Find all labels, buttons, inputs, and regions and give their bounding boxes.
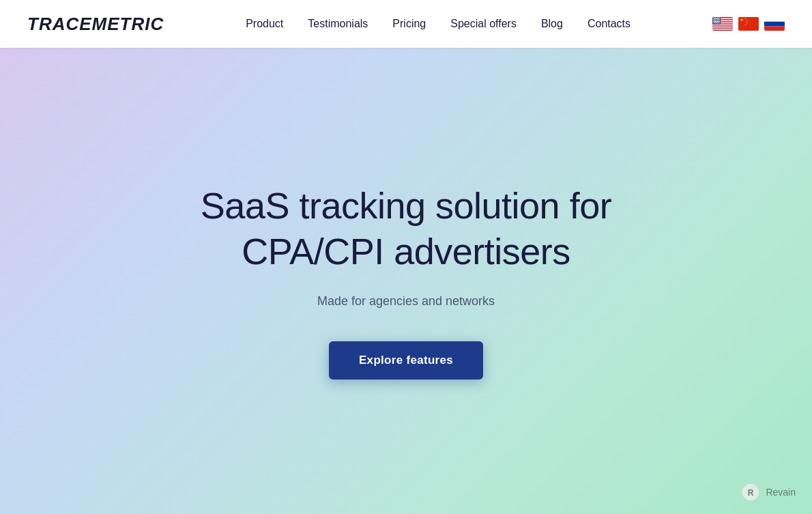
svg-point-44 — [716, 22, 717, 23]
hero-title: SaaS tracking solution for CPA/CPI adver… — [201, 183, 611, 275]
svg-point-20 — [719, 18, 719, 19]
svg-point-37 — [716, 21, 716, 22]
svg-point-41 — [714, 22, 714, 23]
nav-item-testimonials[interactable]: Testimonials — [308, 18, 368, 29]
svg-point-12 — [717, 18, 718, 18]
revain-icon: R — [741, 483, 760, 502]
svg-point-19 — [718, 18, 719, 19]
svg-point-33 — [719, 20, 719, 21]
svg-point-36 — [715, 21, 716, 22]
svg-point-34 — [713, 21, 714, 22]
svg-point-26 — [718, 19, 719, 20]
nav-item-product[interactable]: Product — [246, 18, 283, 29]
svg-text:R: R — [748, 488, 754, 498]
flag-ru[interactable] — [764, 17, 785, 31]
svg-point-50 — [716, 23, 716, 23]
svg-point-40 — [719, 21, 720, 22]
svg-rect-5 — [712, 27, 733, 28]
explore-features-button[interactable]: Explore features — [329, 341, 483, 380]
nav-item-blog[interactable]: Blog — [541, 18, 563, 29]
svg-point-38 — [717, 21, 718, 22]
svg-point-25 — [717, 19, 718, 20]
svg-point-52 — [718, 23, 719, 23]
svg-point-21 — [713, 19, 714, 20]
svg-point-17 — [716, 18, 716, 19]
svg-point-45 — [718, 22, 719, 23]
svg-point-28 — [714, 20, 714, 21]
svg-point-30 — [716, 20, 716, 21]
nav-item-special-offers[interactable]: Special offers — [450, 18, 517, 29]
svg-point-18 — [716, 18, 717, 19]
svg-point-31 — [716, 20, 717, 21]
svg-point-11 — [716, 18, 716, 18]
svg-point-9 — [714, 18, 714, 18]
revain-badge[interactable]: R Revain — [741, 483, 796, 502]
svg-point-42 — [714, 22, 715, 23]
svg-rect-6 — [712, 29, 733, 30]
svg-point-35 — [714, 21, 714, 22]
svg-point-13 — [718, 18, 719, 18]
svg-point-15 — [714, 18, 714, 19]
svg-point-24 — [716, 19, 716, 20]
svg-rect-62 — [764, 26, 785, 31]
svg-point-39 — [718, 21, 719, 22]
svg-point-51 — [717, 23, 718, 23]
revain-label: Revain — [766, 487, 796, 498]
nav-item-pricing[interactable]: Pricing — [392, 18, 426, 29]
svg-point-43 — [716, 22, 716, 23]
nav-links: Product Testimonials Pricing Special off… — [246, 18, 630, 30]
svg-point-46 — [719, 22, 719, 23]
nav-item-contacts[interactable]: Contacts — [588, 18, 630, 29]
svg-point-14 — [719, 18, 720, 18]
svg-point-23 — [715, 19, 716, 20]
svg-point-22 — [714, 19, 714, 20]
svg-point-53 — [719, 23, 720, 23]
svg-point-47 — [713, 23, 714, 23]
svg-rect-61 — [764, 22, 785, 27]
flag-us[interactable] — [712, 17, 733, 31]
svg-point-27 — [719, 19, 720, 20]
hero-subtitle: Made for agencies and networks — [317, 294, 495, 309]
language-selector — [712, 17, 785, 31]
svg-point-32 — [718, 20, 719, 21]
navbar: TRACEMETRIC Product Testimonials Pricing… — [0, 0, 812, 48]
svg-point-29 — [714, 20, 715, 21]
svg-point-16 — [714, 18, 715, 19]
logo[interactable]: TRACEMETRIC — [27, 14, 164, 35]
svg-rect-54 — [738, 17, 759, 31]
svg-point-8 — [713, 18, 714, 18]
hero-section: SaaS tracking solution for CPA/CPI adver… — [0, 48, 812, 514]
svg-point-10 — [715, 18, 716, 18]
svg-rect-60 — [764, 17, 785, 22]
flag-cn[interactable] — [738, 17, 759, 31]
svg-point-49 — [715, 23, 716, 23]
svg-rect-4 — [712, 25, 733, 26]
svg-point-48 — [714, 23, 714, 23]
